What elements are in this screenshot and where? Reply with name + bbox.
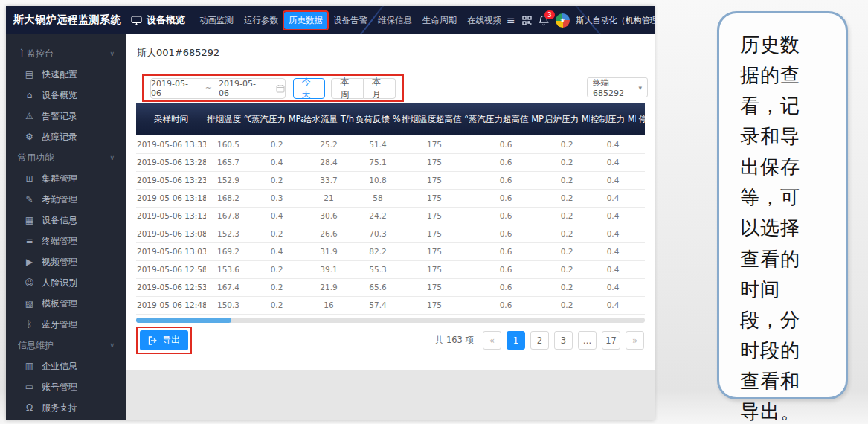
user-menu[interactable]: 斯大自动化（机构管理员） bbox=[576, 15, 655, 26]
table-cell bbox=[636, 135, 645, 153]
table-row[interactable]: 2019-05-06 13:13:06167.80.430.624.21750.… bbox=[136, 207, 645, 225]
sidebar-item[interactable]: Ω服务支持 bbox=[6, 397, 126, 418]
sidebar-item[interactable]: ⚠告警记录 bbox=[6, 106, 126, 126]
table-column-header: 负荷反馈 % bbox=[355, 103, 401, 135]
page-button[interactable]: 1 bbox=[507, 331, 525, 350]
top-nav-item[interactable]: 生命周期 bbox=[418, 12, 461, 29]
scrollbar-thumb[interactable] bbox=[136, 318, 231, 323]
nav-device-overview[interactable]: 设备概览 bbox=[131, 13, 185, 27]
top-nav-item[interactable]: 历史数据 bbox=[284, 12, 327, 29]
table-cell bbox=[636, 189, 645, 207]
sidebar-section-header[interactable]: 主监控台∨ bbox=[6, 43, 126, 64]
page-next-button[interactable]: » bbox=[626, 331, 644, 350]
sidebar-item[interactable]: ✎考勤管理 bbox=[6, 189, 126, 210]
table-row[interactable]: 2019-05-06 13:08:36152.30.226.670.31750.… bbox=[136, 225, 645, 242]
table-row[interactable]: 2019-05-06 12:53:36167.40.221.965.61750.… bbox=[136, 278, 645, 296]
qr-code-icon[interactable] bbox=[522, 16, 532, 25]
quick-range-button[interactable]: 本周 bbox=[331, 78, 364, 99]
app-screenshot: 斯大锅炉远程监测系统 设备概览 动画监测运行参数历史数据设备告警维保信息生命周期… bbox=[6, 6, 655, 420]
table-row[interactable]: 2019-05-06 13:18:21168.20.321581750.60.2… bbox=[136, 189, 645, 207]
page-button[interactable]: 3 bbox=[554, 331, 573, 350]
sidebar-section-header[interactable]: 信息维护∨ bbox=[6, 335, 126, 356]
date-range-picker[interactable]: 2019-05-06 ~ 2019-05-06 bbox=[150, 78, 286, 99]
terminal-list-icon: ≡ bbox=[24, 236, 35, 246]
table-cell: 58 bbox=[355, 189, 401, 207]
top-nav-item[interactable]: 设备告警 bbox=[329, 12, 372, 29]
sidebar-item-label: 设备概览 bbox=[42, 89, 77, 102]
sidebar-item[interactable]: ⚙故障记录 bbox=[6, 126, 126, 147]
table-cell: 16 bbox=[303, 296, 355, 314]
sidebar-item[interactable]: ☺人脸识别 bbox=[6, 272, 126, 293]
table-column-header: 启炉压力 MPa bbox=[544, 103, 590, 135]
table-cell: 167.4 bbox=[206, 278, 251, 296]
table-cell: 10.8 bbox=[355, 171, 401, 189]
table-row[interactable]: 2019-05-06 12:48:21150.30.21657.41750.60… bbox=[136, 296, 645, 314]
table-cell: 25.2 bbox=[303, 135, 355, 153]
monitor-icon bbox=[131, 16, 142, 25]
table-cell: 51.4 bbox=[355, 135, 401, 153]
page-prev-button[interactable]: « bbox=[483, 331, 501, 350]
sidebar-item[interactable]: ⊞集群管理 bbox=[6, 168, 126, 189]
table-cell: 0.2 bbox=[251, 260, 303, 278]
page-button[interactable]: 2 bbox=[530, 331, 549, 350]
table-cell: 33.7 bbox=[303, 171, 355, 189]
table-cell: 2019-05-06 13:08:36 bbox=[136, 225, 206, 242]
quick-range-button[interactable]: 本月 bbox=[364, 78, 396, 99]
avatar[interactable]: ★ bbox=[556, 13, 570, 28]
horizontal-scrollbar[interactable] bbox=[136, 318, 645, 323]
sidebar-item[interactable]: ⌂设备概览 bbox=[6, 85, 126, 106]
table-cell: 31.9 bbox=[303, 242, 355, 260]
pen-icon: ✎ bbox=[24, 194, 35, 205]
table-cell: 0.6 bbox=[468, 153, 544, 171]
face-icon: ☺ bbox=[24, 277, 35, 288]
quick-range-button[interactable]: 今天 bbox=[293, 78, 326, 99]
history-data-table: 采样时间排烟温度 ℃蒸汽压力 MPa给水流量 T/h负荷反馈 %排烟温度超高值 … bbox=[136, 103, 645, 315]
page-button[interactable]: 17 bbox=[602, 331, 620, 350]
sidebar-section-header[interactable]: 常用功能∨ bbox=[6, 147, 126, 168]
table-cell bbox=[636, 242, 645, 260]
pagination: 共 163 项 «123…17» bbox=[435, 331, 644, 350]
table-row[interactable]: 2019-05-06 13:23:36152.90.233.710.81750.… bbox=[136, 171, 645, 189]
sidebar-item-label: 蓝牙管理 bbox=[42, 318, 77, 331]
bell-icon: ⚠ bbox=[24, 111, 35, 121]
chevron-down-icon: ∨ bbox=[109, 50, 115, 57]
sidebar-item[interactable]: ▥企业信息 bbox=[6, 356, 126, 376]
sidebar-item-label: 考勤管理 bbox=[42, 193, 77, 206]
table-cell: 21.9 bbox=[303, 278, 355, 296]
table-row[interactable]: 2019-05-06 13:28:06165.70.428.475.11750.… bbox=[136, 153, 645, 171]
table-cell: 0.4 bbox=[590, 278, 636, 296]
table-row[interactable]: 2019-05-06 13:03:21169.20.431.982.21750.… bbox=[136, 242, 645, 260]
notification-bell-icon[interactable]: 3 bbox=[539, 15, 549, 26]
sidebar-item[interactable]: ▭账号管理 bbox=[6, 376, 126, 397]
terminal-select[interactable]: 终端685292 ▾ bbox=[587, 77, 648, 97]
sidebar-item[interactable]: ▧模板管理 bbox=[6, 293, 126, 314]
table-column-header: 蒸汽压力 MPa bbox=[251, 103, 303, 135]
top-nav-item[interactable]: 维保信息 bbox=[373, 12, 417, 29]
sidebar-item-label: 终端管理 bbox=[42, 235, 77, 248]
table-cell: 0.6 bbox=[468, 171, 544, 189]
top-nav-item[interactable]: 在线视频 bbox=[463, 12, 506, 29]
export-button[interactable]: 导出 bbox=[140, 330, 188, 350]
table-cell bbox=[636, 171, 645, 189]
top-nav-item[interactable]: 运行参数 bbox=[239, 12, 283, 29]
sidebar-item[interactable]: ▦设备信息 bbox=[6, 210, 126, 231]
page-button[interactable]: … bbox=[578, 331, 597, 350]
sidebar-item[interactable]: ≡终端管理 bbox=[6, 231, 126, 251]
menu-list-icon[interactable]: ≡ bbox=[507, 15, 515, 25]
date-from-value[interactable]: 2019-05-06 bbox=[151, 79, 199, 98]
sidebar-section-label: 常用功能 bbox=[18, 152, 54, 164]
table-cell bbox=[636, 260, 645, 278]
table-row[interactable]: 2019-05-06 12:58:06153.60.239.155.31750.… bbox=[136, 260, 645, 278]
table-cell: 0.4 bbox=[590, 207, 636, 225]
sidebar-item[interactable]: ▤快速配置 bbox=[6, 64, 126, 85]
table-column-header: 停炉压力 MPa bbox=[636, 103, 645, 135]
table-cell: 175 bbox=[401, 278, 468, 296]
annotation-note: 历史数据的查看，记录和导出保存等，可以选择查看的时间段，分时段的查看和导出。 bbox=[717, 11, 848, 399]
sidebar-item[interactable]: ᛒ蓝牙管理 bbox=[6, 314, 126, 335]
sidebar-item[interactable]: ▶视频管理 bbox=[6, 251, 126, 272]
table-cell: 0.2 bbox=[544, 242, 590, 260]
top-nav-item[interactable]: 动画监测 bbox=[195, 12, 238, 29]
table-row[interactable]: 2019-05-06 13:33:21160.50.225.251.41750.… bbox=[136, 135, 645, 153]
table-cell: 2019-05-06 13:28:06 bbox=[136, 153, 206, 171]
date-to-value[interactable]: 2019-05-06 bbox=[219, 79, 266, 98]
